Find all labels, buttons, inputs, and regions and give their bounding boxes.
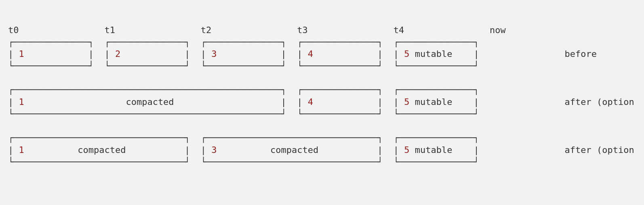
ascii-diagram: t0 t1 t2 t3 t4 now ┌──────────────┐ ┌───… [0, 0, 644, 168]
